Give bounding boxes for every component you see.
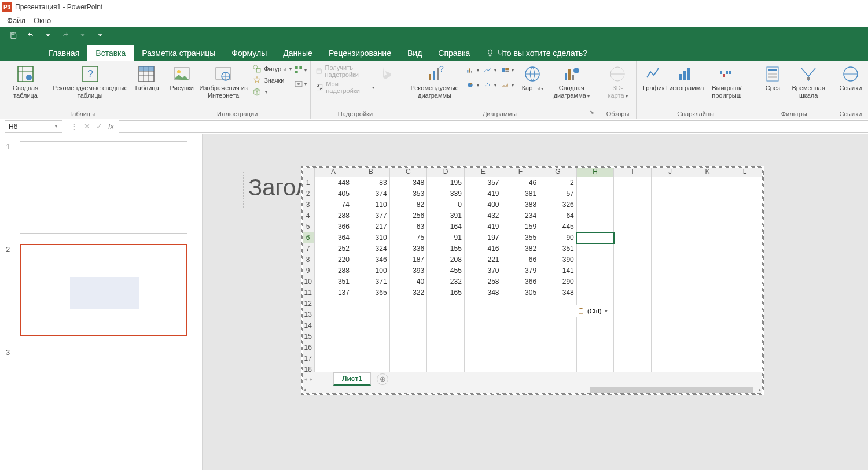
- redo-button[interactable]: [59, 29, 72, 42]
- cell-E2[interactable]: 419: [464, 188, 502, 199]
- cell-E13[interactable]: [464, 309, 502, 320]
- cell-J6[interactable]: [652, 232, 689, 243]
- cell-D12[interactable]: [427, 298, 465, 309]
- cell-E16[interactable]: [464, 342, 502, 353]
- cell-F18[interactable]: [502, 364, 539, 372]
- cell-G13[interactable]: [539, 309, 577, 320]
- cell-B18[interactable]: [352, 364, 389, 372]
- row-header-14[interactable]: 14: [301, 320, 315, 331]
- cell-H11[interactable]: [576, 287, 614, 298]
- sparkline-line-button[interactable]: График: [640, 64, 668, 93]
- cell-B17[interactable]: [352, 353, 389, 364]
- column-header-B[interactable]: B: [352, 166, 389, 177]
- cell-J5[interactable]: [652, 221, 689, 232]
- cell-I11[interactable]: [614, 287, 652, 298]
- cell-I1[interactable]: [614, 177, 652, 188]
- cell-F8[interactable]: 66: [502, 254, 539, 265]
- recommended-charts-button[interactable]: ? Рекомендуемые диаграммы: [404, 64, 466, 100]
- cell-A9[interactable]: 288: [315, 265, 352, 276]
- cell-L12[interactable]: [726, 298, 764, 309]
- cell-K9[interactable]: [689, 265, 726, 276]
- cell-L18[interactable]: [726, 364, 764, 372]
- cell-A5[interactable]: 366: [315, 221, 352, 232]
- cell-D15[interactable]: [427, 331, 465, 342]
- row-header-8[interactable]: 8: [301, 254, 315, 265]
- row-header-13[interactable]: 13: [301, 309, 315, 320]
- cell-B4[interactable]: 377: [352, 210, 389, 221]
- cell-D13[interactable]: [427, 309, 465, 320]
- cell-H10[interactable]: [576, 276, 614, 287]
- cell-A13[interactable]: [315, 309, 352, 320]
- cell-B10[interactable]: 371: [352, 276, 389, 287]
- cell-G4[interactable]: 64: [539, 210, 577, 221]
- cell-H7[interactable]: [576, 243, 614, 254]
- cell-E18[interactable]: [464, 364, 502, 372]
- cell-D16[interactable]: [427, 342, 465, 353]
- cell-K17[interactable]: [689, 353, 726, 364]
- cell-L3[interactable]: [726, 199, 764, 210]
- cell-J1[interactable]: [652, 177, 689, 188]
- get-addins-button[interactable]: Получить надстройки: [314, 64, 376, 79]
- column-header-I[interactable]: I: [614, 166, 652, 177]
- cell-K6[interactable]: [689, 232, 726, 243]
- cell-H15[interactable]: [576, 331, 614, 342]
- row-header-9[interactable]: 9: [301, 265, 315, 276]
- cell-F15[interactable]: [502, 331, 539, 342]
- spreadsheet-grid[interactable]: ABCDEFGHIJKL 144883348195357462240537435…: [301, 166, 764, 372]
- row-header-12[interactable]: 12: [301, 298, 315, 309]
- undo-button[interactable]: [24, 29, 37, 42]
- cell-H6[interactable]: [576, 232, 614, 243]
- cell-B12[interactable]: [352, 298, 389, 309]
- sparkline-winloss-button[interactable]: Выигрыш/ проигрыш: [702, 64, 751, 100]
- smartart-button[interactable]: [294, 64, 307, 76]
- formula-enter-button[interactable]: ✓: [96, 122, 102, 131]
- cell-A8[interactable]: 220: [315, 254, 352, 265]
- cell-L2[interactable]: [726, 188, 764, 199]
- cell-L11[interactable]: [726, 287, 764, 298]
- cell-J7[interactable]: [652, 243, 689, 254]
- cell-I15[interactable]: [614, 331, 652, 342]
- cell-E1[interactable]: 357: [464, 177, 502, 188]
- cell-K15[interactable]: [689, 331, 726, 342]
- cell-A4[interactable]: 288: [315, 210, 352, 221]
- cell-E10[interactable]: 258: [464, 276, 502, 287]
- cell-G3[interactable]: 326: [539, 199, 577, 210]
- cell-L5[interactable]: [726, 221, 764, 232]
- cell-E5[interactable]: 419: [464, 221, 502, 232]
- cell-H2[interactable]: [576, 188, 614, 199]
- cell-L10[interactable]: [726, 276, 764, 287]
- row-header-10[interactable]: 10: [301, 276, 315, 287]
- formula-input[interactable]: [119, 120, 868, 133]
- maps-button[interactable]: Карты: [518, 64, 546, 93]
- undo-dropdown[interactable]: [42, 29, 54, 42]
- cell-J10[interactable]: [652, 276, 689, 287]
- cell-D14[interactable]: [427, 320, 465, 331]
- cell-G16[interactable]: [539, 342, 577, 353]
- cell-E15[interactable]: [464, 331, 502, 342]
- cell-C14[interactable]: [389, 320, 427, 331]
- cell-D7[interactable]: 155: [427, 243, 465, 254]
- line-chart-button[interactable]: [484, 64, 496, 76]
- cell-L4[interactable]: [726, 210, 764, 221]
- sheet-tab-active[interactable]: Лист1: [333, 372, 371, 386]
- cell-G11[interactable]: 348: [539, 287, 577, 298]
- cell-C18[interactable]: [389, 364, 427, 372]
- cell-I13[interactable]: [614, 309, 652, 320]
- formula-cancel-button[interactable]: ✕: [84, 122, 90, 131]
- cell-B1[interactable]: 83: [352, 177, 389, 188]
- cell-I3[interactable]: [614, 199, 652, 210]
- row-header-11[interactable]: 11: [301, 287, 315, 298]
- cell-F7[interactable]: 382: [502, 243, 539, 254]
- cell-I9[interactable]: [614, 265, 652, 276]
- charts-dialog-launcher[interactable]: ⬊: [589, 109, 595, 116]
- cell-C7[interactable]: 336: [389, 243, 427, 254]
- cell-A7[interactable]: 252: [315, 243, 352, 254]
- cell-L16[interactable]: [726, 342, 764, 353]
- cell-L7[interactable]: [726, 243, 764, 254]
- cell-B5[interactable]: 217: [352, 221, 389, 232]
- cell-L9[interactable]: [726, 265, 764, 276]
- cell-H3[interactable]: [576, 199, 614, 210]
- cell-B9[interactable]: 100: [352, 265, 389, 276]
- cell-C4[interactable]: 256: [389, 210, 427, 221]
- cell-B7[interactable]: 324: [352, 243, 389, 254]
